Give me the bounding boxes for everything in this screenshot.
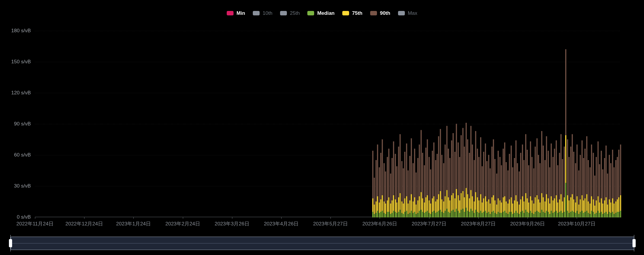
slider-handle-left[interactable] — [9, 235, 12, 251]
y-axis-label: 60 s/vB — [14, 152, 31, 158]
slider-centerline — [11, 243, 634, 243]
legend-label: 25th — [290, 11, 300, 16]
x-axis-label: 2023年3月26日 — [215, 220, 249, 227]
legend-item-75th[interactable]: 75th — [342, 11, 362, 16]
x-axis-label: 2023年4月26日 — [264, 220, 298, 227]
legend-label: Min — [236, 11, 245, 16]
datazoom-slider-track[interactable] — [11, 237, 634, 250]
x-axis-label: 2023年6月26日 — [362, 220, 397, 227]
legend-item-90th[interactable]: 90th — [370, 11, 390, 16]
legend-label: Max — [408, 11, 417, 16]
legend-label: Median — [317, 11, 335, 16]
legend-item-min[interactable]: Min — [227, 11, 245, 16]
legend-swatch-icon — [398, 11, 405, 15]
y-axis-label: 120 s/vB — [11, 90, 31, 96]
fee-percentile-chart-page: { "legend": { "active_text_color": "#FFF… — [0, 0, 644, 255]
y-axis-label: 180 s/vB — [11, 28, 31, 34]
x-axis: 2022年11月24日2022年12月24日2023年1月24日2023年2月2… — [0, 220, 644, 227]
legend-swatch-icon — [280, 11, 287, 15]
x-axis-label: 2023年1月24日 — [116, 220, 151, 227]
y-axis-label: 0 s/vB — [17, 214, 31, 220]
slider-handle-right[interactable] — [632, 235, 636, 251]
y-axis-label: 90 s/vB — [14, 121, 31, 127]
x-axis-label: 2023年2月24日 — [165, 220, 200, 227]
legend-swatch-icon — [342, 11, 349, 15]
legend-item-25th[interactable]: 25th — [280, 11, 300, 16]
legend-item-max[interactable]: Max — [398, 11, 417, 16]
x-axis-label: 2023年9月26日 — [510, 220, 545, 227]
fee-rate-chart-canvas[interactable] — [0, 0, 644, 234]
y-axis: 0 s/vB30 s/vB60 s/vB90 s/vB120 s/vB150 s… — [0, 0, 31, 231]
legend-label: 75th — [352, 11, 362, 16]
x-axis-label: 2023年10月27日 — [558, 220, 596, 227]
slider-handle-knob[interactable] — [632, 239, 636, 247]
legend-swatch-icon — [253, 11, 260, 15]
x-axis-label: 2023年5月27日 — [313, 220, 348, 227]
legend-item-median[interactable]: Median — [307, 11, 335, 16]
y-axis-label: 30 s/vB — [14, 183, 31, 189]
legend-label: 10th — [263, 11, 272, 16]
y-axis-label: 150 s/vB — [11, 59, 31, 65]
legend-swatch-icon — [307, 11, 314, 15]
legend-swatch-icon — [227, 11, 234, 15]
legend-swatch-icon — [370, 11, 377, 15]
legend-label: 90th — [380, 11, 390, 16]
x-axis-label: 2022年12月24日 — [65, 220, 103, 227]
legend: Min10th25thMedian75th90thMax — [0, 11, 644, 16]
x-axis-label: 2023年7月27日 — [412, 220, 446, 227]
x-axis-label: 2023年8月27日 — [461, 220, 496, 227]
legend-item-10th[interactable]: 10th — [253, 11, 272, 16]
slider-handle-knob[interactable] — [9, 239, 12, 247]
x-axis-label: 2022年11月24日 — [16, 220, 53, 227]
